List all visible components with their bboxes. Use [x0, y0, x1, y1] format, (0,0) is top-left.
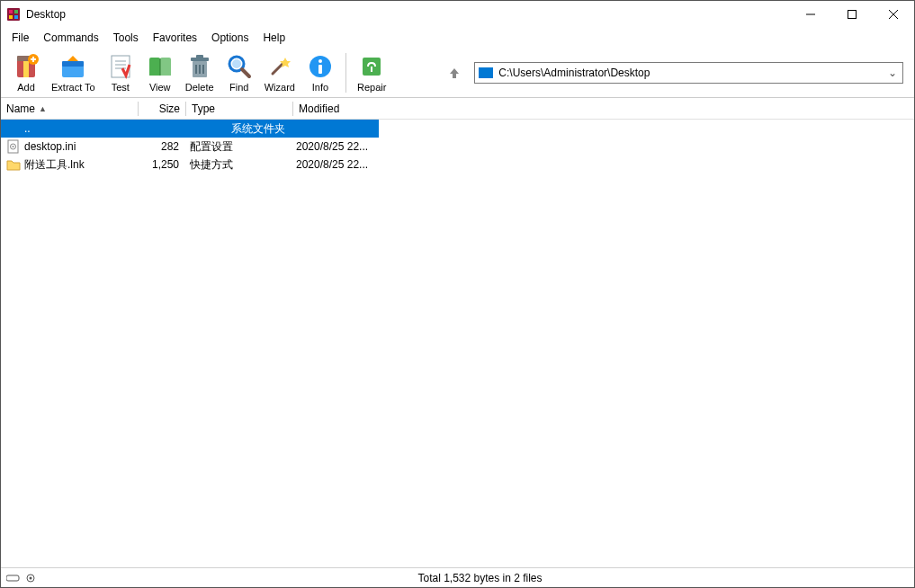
delete-icon [185, 52, 214, 81]
svg-point-29 [232, 59, 241, 68]
cell-name: .. [1, 121, 138, 136]
svg-rect-6 [848, 11, 857, 19]
cell-name: 附送工具.lnk [1, 157, 138, 173]
svg-rect-3 [9, 15, 13, 19]
status-icons [1, 574, 46, 583]
column-modified[interactable]: Modified [293, 98, 914, 119]
cell-name: desktop.ini [1, 139, 138, 154]
column-size[interactable]: Size [139, 98, 185, 119]
cell-size: 282 [138, 140, 184, 153]
cell-type: 系统文件夹 [138, 121, 379, 137]
minimize-button[interactable] [790, 1, 831, 28]
table-row[interactable]: 附送工具.lnk1,250快捷方式2020/8/25 22... [1, 156, 914, 174]
status-text: Total 1,532 bytes in 2 files [46, 572, 914, 584]
column-name[interactable]: Name ▲ [1, 98, 138, 119]
test-icon [106, 52, 135, 81]
cell-modified: 2020/8/25 22... [291, 140, 381, 153]
maximize-button[interactable] [831, 1, 873, 28]
path-text: C:\Users\Administrator\Desktop [498, 67, 650, 79]
chevron-down-icon: ⌄ [888, 67, 897, 79]
extract-button[interactable]: Extract To [46, 50, 101, 94]
repair-button[interactable]: Repair [352, 50, 391, 94]
info-button[interactable]: Info [301, 50, 340, 94]
status-bar: Total 1,532 bytes in 2 files [1, 567, 914, 587]
add-archive-icon [12, 52, 40, 81]
cell-type: 快捷方式 [184, 157, 291, 173]
menu-favorites[interactable]: Favorites [146, 30, 204, 46]
svg-rect-36 [371, 67, 372, 72]
toolbar: Add Extract To Test [1, 48, 914, 98]
info-icon [306, 52, 335, 81]
menu-bar: File Commands Tools Favorites Options He… [1, 28, 914, 48]
table-row[interactable]: ..系统文件夹 [1, 120, 379, 138]
cell-size: 1,250 [138, 158, 184, 171]
column-header: Name ▲ Size Type Modified [1, 98, 914, 120]
menu-commands[interactable]: Commands [36, 30, 105, 46]
file-icon [6, 121, 21, 136]
cell-modified: 2020/8/25 22... [291, 158, 381, 171]
svg-point-39 [13, 146, 14, 147]
svg-rect-10 [23, 59, 29, 77]
svg-rect-16 [62, 61, 84, 67]
file-list[interactable]: ..系统文件夹desktop.ini282配置设置2020/8/25 22...… [1, 120, 914, 567]
column-type[interactable]: Type [186, 98, 292, 119]
svg-line-30 [242, 69, 249, 76]
find-button[interactable]: Find [220, 50, 259, 94]
sort-indicator-icon: ▲ [39, 104, 47, 113]
find-icon [225, 52, 254, 81]
svg-rect-4 [14, 15, 18, 19]
nav-area: C:\Users\Administrator\Desktop ⌄ [445, 62, 909, 84]
svg-point-42 [30, 576, 32, 579]
menu-help[interactable]: Help [256, 30, 292, 46]
app-icon [6, 7, 21, 22]
menu-tools[interactable]: Tools [106, 30, 146, 46]
svg-point-33 [318, 59, 322, 63]
title-bar: Desktop [1, 1, 914, 28]
svg-rect-24 [196, 55, 203, 58]
view-button[interactable]: View [140, 50, 180, 94]
path-combobox[interactable]: C:\Users\Administrator\Desktop ⌄ [474, 62, 903, 84]
table-row[interactable]: desktop.ini282配置设置2020/8/25 22... [1, 138, 914, 156]
wizard-icon [265, 52, 294, 81]
file-icon [6, 157, 21, 172]
svg-rect-2 [14, 10, 18, 13]
disk-icon [479, 67, 493, 78]
disk-icon [24, 574, 39, 583]
repair-icon [357, 52, 386, 81]
up-folder-button[interactable] [445, 64, 463, 82]
svg-rect-40 [6, 575, 19, 581]
window-title: Desktop [26, 8, 790, 21]
test-button[interactable]: Test [101, 50, 140, 94]
drive-icon [6, 574, 21, 583]
wizard-button[interactable]: Wizard [259, 50, 301, 94]
cell-type: 配置设置 [184, 139, 291, 155]
svg-rect-15 [62, 65, 84, 77]
close-button[interactable] [873, 1, 914, 28]
menu-options[interactable]: Options [204, 30, 256, 46]
view-icon [146, 52, 175, 81]
add-button[interactable]: Add [6, 50, 46, 94]
delete-button[interactable]: Delete [180, 50, 220, 94]
extract-icon [58, 52, 87, 81]
svg-rect-34 [318, 65, 322, 74]
file-icon [6, 139, 21, 154]
toolbar-separator [345, 53, 346, 93]
svg-rect-1 [9, 10, 13, 13]
menu-file[interactable]: File [4, 30, 36, 46]
